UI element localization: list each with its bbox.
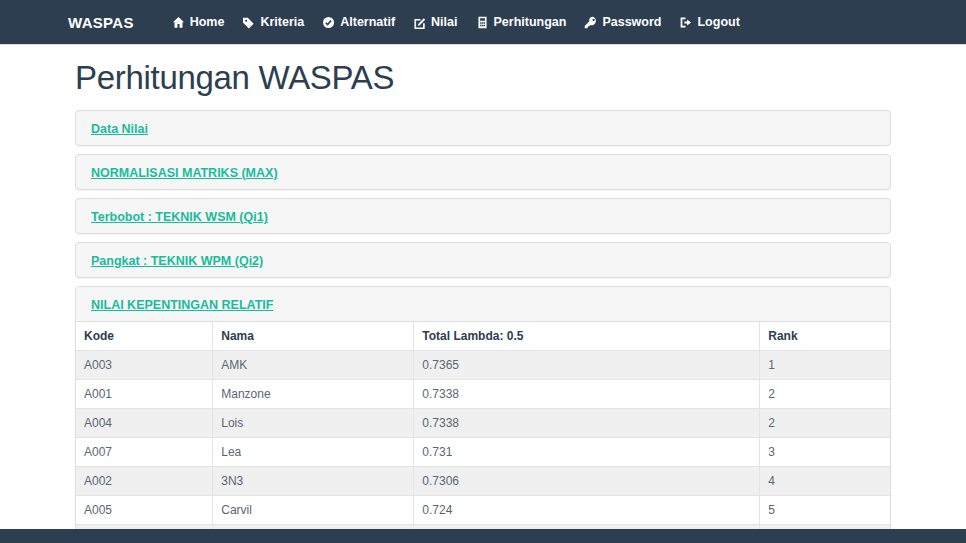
cell-nama: Lois <box>213 409 414 438</box>
nav-item-label: Kriteria <box>260 15 304 29</box>
column-header-total-lambda: Total Lambda: 0.5 <box>414 322 760 351</box>
navbar-menu: Home Kriteria Alternatif Nilai Perhitung <box>172 15 740 29</box>
cell-rank: 4 <box>760 467 890 496</box>
nav-item-label: Perhitungan <box>494 15 567 29</box>
panel-heading: NILAI KEPENTINGAN RELATIF <box>76 287 890 322</box>
cell-rank: 2 <box>760 409 890 438</box>
panel-heading: Terbobot : TEKNIK WSM (Qi1) <box>76 199 890 233</box>
table-row: A005 Carvil 0.724 5 <box>76 496 890 525</box>
nav-item-alternatif[interactable]: Alternatif <box>322 15 395 29</box>
table-row: A003 AMK 0.7365 1 <box>76 351 890 380</box>
panel-heading: Data Nilai <box>76 111 890 145</box>
calculator-icon <box>476 16 489 29</box>
nav-item-nilai[interactable]: Nilai <box>413 15 457 29</box>
cell-lambda: 0.731 <box>414 438 760 467</box>
panel-heading: Pangkat : TEKNIK WPM (Qi2) <box>76 243 890 277</box>
cell-kode: A003 <box>76 351 213 380</box>
cell-lambda: 0.7306 <box>414 467 760 496</box>
nav-item-label: Alternatif <box>340 15 395 29</box>
panel-link-data-nilai[interactable]: Data Nilai <box>91 122 148 136</box>
panel-heading: NORMALISASI MATRIKS (MAX) <box>76 155 890 189</box>
relatif-table: Kode Nama Total Lambda: 0.5 Rank A003 AM… <box>76 322 890 543</box>
nav-item-home[interactable]: Home <box>172 15 225 29</box>
panel-normalisasi: NORMALISASI MATRIKS (MAX) <box>75 154 891 190</box>
tag-icon <box>242 16 255 29</box>
cell-nama: Manzone <box>213 380 414 409</box>
panel-link-normalisasi[interactable]: NORMALISASI MATRIKS (MAX) <box>91 166 278 180</box>
cell-nama: Carvil <box>213 496 414 525</box>
navbar-brand[interactable]: WASPAS <box>68 14 134 31</box>
table-row: A002 3N3 0.7306 4 <box>76 467 890 496</box>
nav-item-logout[interactable]: Logout <box>679 15 739 29</box>
panel-nilai-kepentingan-relatif: NILAI KEPENTINGAN RELATIF Kode Nama Tota… <box>75 286 891 543</box>
home-icon <box>172 16 185 29</box>
panel-data-nilai: Data Nilai <box>75 110 891 146</box>
cell-lambda: 0.724 <box>414 496 760 525</box>
cell-lambda: 0.7365 <box>414 351 760 380</box>
main-content: Perhitungan WASPAS Data Nilai NORMALISAS… <box>75 59 891 543</box>
logout-icon <box>679 16 692 29</box>
cell-kode: A005 <box>76 496 213 525</box>
cell-lambda: 0.7338 <box>414 409 760 438</box>
panel-link-nilai-kepentingan-relatif[interactable]: NILAI KEPENTINGAN RELATIF <box>91 298 273 312</box>
cell-rank: 1 <box>760 351 890 380</box>
table-header-row: Kode Nama Total Lambda: 0.5 Rank <box>76 322 890 351</box>
edit-icon <box>413 16 426 29</box>
table-row: A001 Manzone 0.7338 2 <box>76 380 890 409</box>
panel-terbobot-wsm: Terbobot : TEKNIK WSM (Qi1) <box>75 198 891 234</box>
key-icon <box>584 16 597 29</box>
column-header-rank: Rank <box>760 322 890 351</box>
nav-item-label: Home <box>190 15 225 29</box>
cell-rank: 5 <box>760 496 890 525</box>
nav-item-label: Password <box>602 15 661 29</box>
cell-nama: 3N3 <box>213 467 414 496</box>
nav-item-label: Nilai <box>431 15 457 29</box>
footer-bar <box>0 529 966 543</box>
cell-kode: A001 <box>76 380 213 409</box>
cell-rank: 3 <box>760 438 890 467</box>
panel-link-pangkat-wpm[interactable]: Pangkat : TEKNIK WPM (Qi2) <box>91 254 263 268</box>
cell-kode: A004 <box>76 409 213 438</box>
cell-nama: Lea <box>213 438 414 467</box>
table-row: A007 Lea 0.731 3 <box>76 438 890 467</box>
column-header-kode: Kode <box>76 322 213 351</box>
panel-pangkat-wpm: Pangkat : TEKNIK WPM (Qi2) <box>75 242 891 278</box>
nav-item-perhitungan[interactable]: Perhitungan <box>476 15 567 29</box>
nav-item-label: Logout <box>697 15 739 29</box>
table-row: A004 Lois 0.7338 2 <box>76 409 890 438</box>
navbar: WASPAS Home Kriteria Alternatif Nilai <box>0 0 966 45</box>
cell-rank: 2 <box>760 380 890 409</box>
check-circle-icon <box>322 16 335 29</box>
nav-item-password[interactable]: Password <box>584 15 661 29</box>
cell-kode: A002 <box>76 467 213 496</box>
panel-link-terbobot-wsm[interactable]: Terbobot : TEKNIK WSM (Qi1) <box>91 210 268 224</box>
cell-lambda: 0.7338 <box>414 380 760 409</box>
nav-item-kriteria[interactable]: Kriteria <box>242 15 304 29</box>
cell-nama: AMK <box>213 351 414 380</box>
page-title: Perhitungan WASPAS <box>75 59 891 97</box>
column-header-nama: Nama <box>213 322 414 351</box>
cell-kode: A007 <box>76 438 213 467</box>
